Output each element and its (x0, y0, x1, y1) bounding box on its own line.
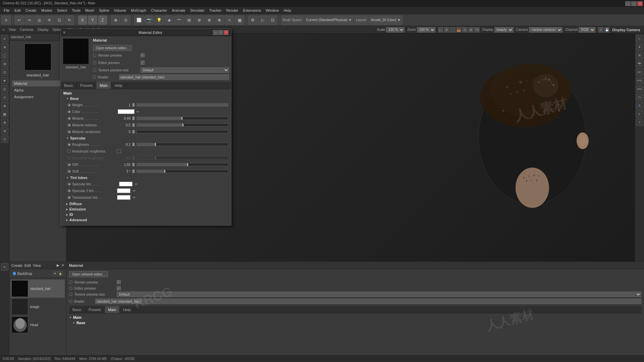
melanin-radio[interactable] (67, 117, 71, 120)
color-edit-icon[interactable]: ✏ (137, 110, 139, 114)
channel-alpha[interactable]: Alpha (12, 87, 63, 93)
melanin-randomize-radio[interactable] (67, 130, 71, 133)
toolbar-move[interactable]: ✛ (45, 15, 54, 25)
specular2-tint-swatch[interactable] (117, 188, 130, 193)
menu-spline[interactable]: Spline (97, 8, 112, 13)
texture-preview-radio[interactable] (93, 68, 96, 72)
melanin-down-btn[interactable] (132, 117, 135, 120)
melanin-slider[interactable] (137, 117, 228, 120)
left-icon-11[interactable]: ⊕ (1, 119, 8, 126)
specular2-tint-radio[interactable] (67, 189, 71, 192)
bottom-tab-basic[interactable]: Basic (69, 306, 85, 313)
toolbar-effector[interactable]: ⊕ (215, 15, 224, 25)
right-icon-a[interactable]: A (636, 102, 643, 109)
mat-editor-close[interactable]: ✕ (224, 30, 228, 35)
toolbar-snap[interactable]: ⊙ (121, 15, 130, 25)
channel-icon-1[interactable]: ↺ (598, 27, 603, 33)
main-section-header[interactable]: Main (63, 91, 228, 95)
texture-preview-select[interactable]: Default (141, 67, 229, 73)
toolbar-scale-tool[interactable]: ⊡ (55, 15, 64, 25)
camera-dropdown[interactable]: <active camera> (529, 27, 562, 33)
left-icon-2[interactable]: ⊕ (1, 43, 8, 51)
left-icon-12[interactable]: ⊛ (1, 127, 8, 134)
mat-editor-maximize[interactable]: □ (218, 30, 223, 35)
ior-slider[interactable] (137, 163, 228, 166)
render-preview-radio[interactable] (93, 54, 96, 57)
toolbar-node-space-value[interactable]: Current (Standard/Physical) ▼ (305, 15, 354, 25)
shift-radio[interactable] (67, 170, 71, 173)
transmission-tint-swatch[interactable] (117, 195, 130, 200)
right-icon-camera[interactable]: 📷 (636, 60, 643, 67)
shader-value[interactable]: standard_hair (standard_hair) (119, 74, 229, 80)
id-section-header[interactable]: ▶ ID (63, 213, 228, 217)
bottom-left-icon-1[interactable]: ≡ (1, 263, 8, 270)
weight-down-btn[interactable] (132, 103, 135, 107)
toolbar-generator[interactable]: ⊛ (195, 15, 204, 25)
maximize-button[interactable]: □ (631, 1, 637, 6)
obj-visibility-btn[interactable]: 👁 (53, 271, 57, 276)
toolbar-y-axis[interactable]: Y (88, 15, 97, 25)
display-btn[interactable]: Cameras (18, 27, 35, 32)
transmission-tint-edit-icon[interactable]: ✏ (133, 196, 136, 199)
menu-tools[interactable]: Tools (69, 8, 83, 13)
left-icon-6[interactable]: ★ (1, 77, 8, 84)
shift-slider[interactable] (137, 170, 228, 173)
toolbar-rotate[interactable]: ↻ (65, 15, 74, 25)
tint-lobes-header[interactable]: ▼ Tint lobes (66, 176, 228, 180)
menu-mograph[interactable]: MoGraph (128, 8, 149, 13)
specular-tint-edit-icon[interactable]: ✏ (135, 182, 138, 186)
menu-animate[interactable]: Animate (169, 8, 187, 13)
weight-radio[interactable] (67, 103, 71, 107)
render-icon-1[interactable]: ▷ (438, 27, 443, 33)
bottom-render-preview-check[interactable]: ✓ (117, 280, 121, 284)
right-icon-op[interactable]: OP (636, 68, 643, 76)
channel-assignment[interactable]: Assignment (12, 94, 63, 100)
shift-down-btn[interactable] (132, 170, 135, 173)
right-icon-play[interactable]: ▷ (636, 35, 643, 42)
render-icon-7[interactable]: TX (474, 27, 480, 33)
bottom-editor-preview-check[interactable]: ✓ (117, 286, 121, 290)
bottom-main-header[interactable]: ▼ Main (69, 315, 641, 319)
menu-help[interactable]: Help (281, 8, 293, 13)
transmission-tint-radio[interactable] (67, 196, 71, 199)
obj-lock-btn[interactable]: 🔒 (58, 271, 63, 276)
right-icon-l[interactable]: L (636, 110, 643, 118)
melanin-randomize-down-btn[interactable] (132, 130, 135, 133)
toolbar-scene-manager[interactable]: ▦ (235, 15, 244, 25)
scale-dropdown[interactable]: 130 % (386, 27, 405, 33)
editor-preview-radio[interactable] (93, 61, 96, 64)
specular2-tint-edit-icon[interactable]: ✏ (133, 189, 136, 193)
bottom-base-header[interactable]: ▼ Base (69, 321, 641, 325)
right-icon-pause[interactable]: ⏸ (636, 43, 643, 51)
menu-render[interactable]: Render (224, 8, 240, 13)
menu-tracker[interactable]: Tracker (207, 8, 224, 13)
bottom-texture-preview-select[interactable]: Default (117, 292, 641, 297)
mat-thumb-image[interactable]: image (11, 298, 65, 316)
left-icon-7[interactable]: ◎ (1, 85, 8, 93)
melanin-redness-slider[interactable] (137, 123, 228, 127)
render-icon-4[interactable]: 📥 (456, 27, 462, 33)
dialog-tab-presets[interactable]: Presets (77, 82, 96, 89)
bottom-shader-value[interactable]: standard_hair (standard_hair) (95, 299, 641, 304)
left-icon-13[interactable]: ⊙ (1, 135, 8, 143)
objects-edit-btn[interactable]: Edit (24, 263, 31, 267)
menu-simulate[interactable]: Simulate (188, 8, 207, 13)
ior-down-btn[interactable] (132, 163, 135, 166)
bottom-shader-radio[interactable] (69, 300, 72, 303)
cameras-btn[interactable]: View (7, 27, 17, 32)
objects-expand-btn[interactable]: ▶ (57, 263, 59, 267)
menu-volume[interactable]: Volume (112, 8, 129, 13)
toolbar-coord-system[interactable]: ⊕ (111, 15, 120, 25)
emission-section-header[interactable]: ▶ Emission (63, 207, 228, 211)
bottom-texture-preview-radio[interactable] (69, 293, 72, 296)
menu-select[interactable]: Select (55, 8, 70, 13)
right-icon-grid[interactable]: ⊞ (636, 52, 643, 59)
right-icon-tx[interactable]: Tx (636, 94, 643, 101)
toolbar-z-axis[interactable]: Z (98, 15, 107, 25)
toolbar-render-view[interactable]: ▷ (258, 15, 267, 25)
right-icon-ipr[interactable]: IPR (636, 77, 643, 84)
azimuthal-roughness-radio[interactable] (67, 156, 71, 160)
bottom-render-preview-radio[interactable] (69, 281, 72, 284)
aniso-roughness-check[interactable] (117, 149, 121, 153)
roughness-radio[interactable] (67, 143, 71, 146)
